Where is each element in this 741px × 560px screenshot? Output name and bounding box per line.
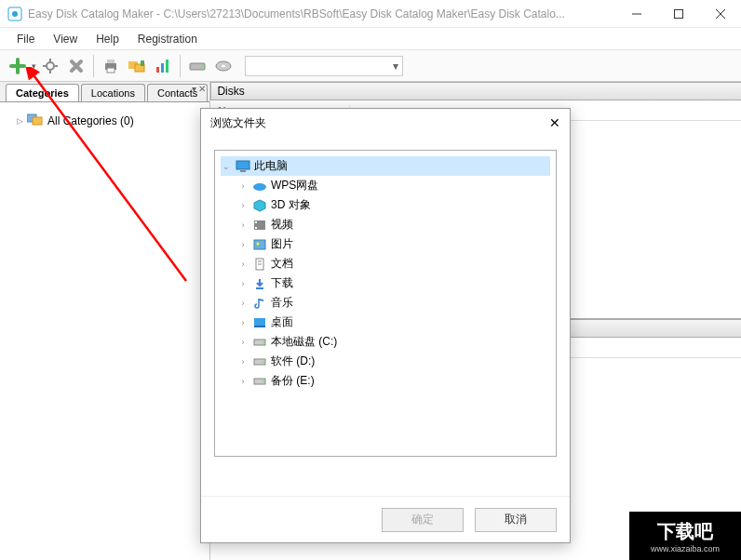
titlebar: Easy Disk Catalog Maker - C:\Users\27213… (0, 0, 741, 28)
categories-icon (27, 112, 44, 129)
expand-icon[interactable]: › (237, 260, 249, 269)
tree-desktop[interactable]: ›桌面 (221, 313, 550, 332)
collapse-icon[interactable]: ⌄ (221, 162, 232, 171)
cancel-button[interactable]: 取消 (475, 508, 557, 532)
svg-point-41 (263, 341, 264, 343)
svg-rect-17 (161, 63, 164, 73)
window-controls (615, 0, 741, 27)
tree-music[interactable]: ›音乐 (221, 293, 550, 313)
svg-rect-16 (156, 67, 159, 73)
svg-point-28 (253, 183, 266, 191)
drive-icon (252, 335, 267, 350)
tab-locations[interactable]: Locations (81, 84, 145, 101)
menubar: File View Help Registration (0, 28, 741, 50)
gear-button[interactable] (38, 54, 62, 78)
svg-rect-31 (255, 227, 257, 229)
tree-this-pc[interactable]: ⌄ 此电脑 (221, 156, 550, 176)
menu-help[interactable]: Help (87, 30, 128, 48)
ok-button[interactable]: 确定 (382, 508, 464, 532)
svg-rect-12 (107, 68, 115, 73)
music-icon (252, 296, 267, 311)
expand-icon[interactable]: › (237, 181, 249, 191)
tab-categories[interactable]: Categories (6, 84, 79, 101)
dialog-titlebar: 浏览文件夹 ✕ (201, 109, 570, 137)
svg-rect-18 (166, 60, 168, 73)
svg-rect-24 (33, 117, 42, 125)
drive-icon (252, 374, 267, 389)
left-tabs: Categories Locations Contacts ▾ ✕ (0, 82, 209, 102)
disks-panel-header: Disks 📌✕ (210, 82, 741, 100)
expand-icon[interactable]: › (237, 357, 249, 367)
video-icon (252, 218, 267, 233)
svg-rect-30 (255, 221, 257, 223)
svg-rect-26 (236, 161, 249, 169)
svg-rect-27 (240, 170, 246, 172)
watermark-text: 下载吧 (657, 519, 713, 544)
picture-icon (252, 237, 267, 252)
svg-point-20 (201, 65, 203, 67)
tree-backup-e[interactable]: ›备份 (E:) (221, 371, 550, 391)
desktop-icon (252, 315, 267, 330)
folders-button[interactable] (125, 54, 149, 78)
expand-icon[interactable]: › (237, 220, 249, 230)
delete-button[interactable] (64, 54, 88, 78)
tree-3d[interactable]: ›3D 对象 (221, 195, 550, 215)
minimize-button[interactable] (615, 0, 657, 27)
tree-all-categories-label: All Categories (0) (47, 114, 134, 127)
svg-rect-39 (254, 326, 265, 327)
tree-soft-d[interactable]: ›软件 (D:) (221, 352, 550, 371)
disc-button[interactable] (211, 54, 236, 78)
menu-registration[interactable]: Registration (128, 30, 207, 48)
maximize-button[interactable] (657, 0, 699, 27)
window-title: Easy Disk Catalog Maker - C:\Users\27213… (28, 7, 615, 20)
expand-icon[interactable]: › (237, 240, 249, 249)
cloud-icon (252, 179, 267, 193)
expand-icon[interactable]: › (237, 318, 249, 327)
chart-button[interactable] (151, 54, 175, 78)
browse-folder-dialog: 浏览文件夹 ✕ ⌄ 此电脑 ›WPS网盘 ›3D 对象 ›视频 ›图片 ›文档 … (200, 108, 571, 543)
folder-tree[interactable]: ⌄ 此电脑 ›WPS网盘 ›3D 对象 ›视频 ›图片 ›文档 ›下载 ›音乐 … (214, 150, 557, 457)
svg-point-45 (263, 380, 264, 382)
svg-rect-2 (674, 9, 682, 18)
monitor-icon (236, 159, 250, 174)
dialog-close-button[interactable]: ✕ (549, 115, 560, 130)
tree-video[interactable]: ›视频 (221, 215, 550, 234)
close-button[interactable] (699, 0, 741, 27)
print-button[interactable] (99, 54, 123, 78)
drive-icon (252, 354, 267, 369)
tree-downloads[interactable]: ›下载 (221, 273, 550, 293)
tree-all-categories[interactable]: ▷ All Categories (0) (7, 110, 202, 131)
menu-view[interactable]: View (44, 30, 87, 48)
expand-icon[interactable]: › (237, 377, 249, 386)
download-icon (252, 276, 267, 291)
svg-point-33 (257, 242, 260, 245)
watermark: 下载吧 www.xiazaiba.com (629, 512, 741, 560)
toolbar: ▾ (0, 50, 741, 82)
dialog-title: 浏览文件夹 (210, 115, 266, 131)
svg-point-5 (47, 62, 54, 70)
tab-controls[interactable]: ▾ ✕ (192, 84, 207, 94)
tree-local-c[interactable]: ›本地磁盘 (C:) (221, 332, 550, 352)
tree-wps[interactable]: ›WPS网盘 (221, 176, 550, 195)
tree-pictures[interactable]: ›图片 (221, 234, 550, 254)
document-icon (252, 257, 267, 272)
app-icon (7, 7, 22, 21)
expand-icon[interactable]: › (237, 299, 249, 308)
watermark-url: www.xiazaiba.com (651, 544, 720, 553)
svg-rect-38 (254, 318, 265, 326)
toolbar-combo[interactable] (245, 56, 403, 76)
hdd-button[interactable] (185, 54, 209, 78)
expand-icon[interactable]: › (237, 201, 249, 210)
svg-rect-11 (107, 60, 115, 63)
menu-file[interactable]: File (7, 30, 44, 48)
cube-icon (252, 198, 267, 213)
svg-rect-32 (254, 240, 265, 249)
categories-tree[interactable]: ▷ All Categories (0) (0, 102, 209, 560)
svg-point-43 (263, 361, 264, 363)
tree-documents[interactable]: ›文档 (221, 254, 550, 273)
disks-title: Disks (217, 85, 244, 98)
add-button[interactable] (6, 54, 30, 78)
expand-icon[interactable]: › (237, 279, 249, 288)
expand-icon[interactable]: › (237, 338, 249, 347)
add-dropdown-icon[interactable]: ▾ (32, 61, 36, 71)
